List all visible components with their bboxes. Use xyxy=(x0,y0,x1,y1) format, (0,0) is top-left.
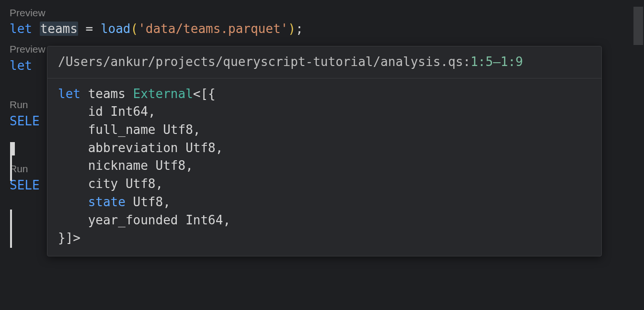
identifier-teams: teams xyxy=(40,22,78,36)
codelens-preview[interactable]: Preview xyxy=(10,6,644,20)
paren-open: ( xyxy=(131,22,138,36)
code-line-1[interactable]: let teams = load('data/teams.parquet'); xyxy=(10,20,644,38)
hover-position: 1:5–1:9 xyxy=(471,55,523,69)
code-editor[interactable]: Preview let teams = load('data/teams.par… xyxy=(0,0,644,195)
keyword-select-1: SELE xyxy=(10,114,40,128)
string-literal: 'data/teams.parquet' xyxy=(138,22,288,36)
semicolon: ; xyxy=(296,22,303,36)
hover-body: let teams External<[{ id Int64, full_nam… xyxy=(47,78,601,256)
fn-load: load xyxy=(101,22,131,36)
equals-op: = xyxy=(78,22,101,36)
fold-guide-2 xyxy=(10,210,12,248)
hover-tooltip: /Users/ankur/projects/queryscript-tutori… xyxy=(47,46,602,256)
keyword-select-2: SELE xyxy=(10,178,40,192)
current-line-marker xyxy=(10,142,15,155)
hover-path-text: /Users/ankur/projects/queryscript-tutori… xyxy=(58,55,471,69)
hover-path: /Users/ankur/projects/queryscript-tutori… xyxy=(47,46,601,78)
paren-close: ) xyxy=(288,22,296,36)
vertical-scrollbar[interactable] xyxy=(633,7,643,45)
keyword-let: let xyxy=(10,22,32,36)
keyword-let-2: let xyxy=(10,58,32,73)
